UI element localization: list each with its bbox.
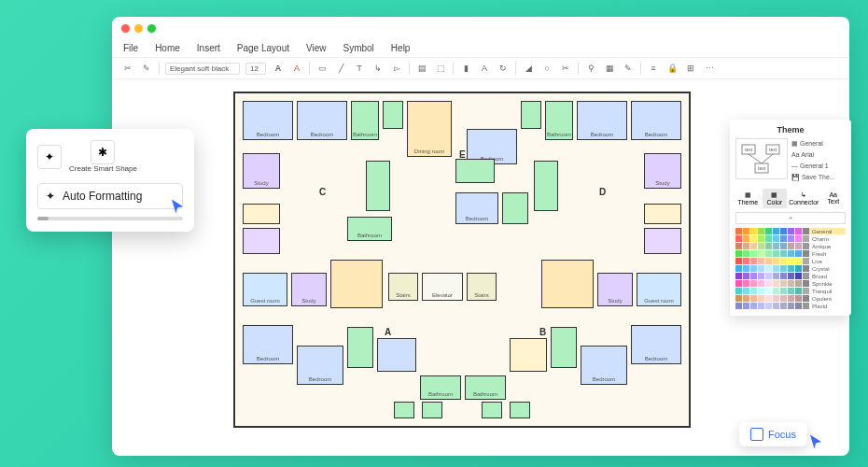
swatch[interactable]	[758, 258, 764, 264]
swatch[interactable]	[795, 258, 802, 264]
swatch[interactable]	[788, 288, 794, 294]
palette-row[interactable]: General	[735, 228, 846, 234]
focus-button[interactable]: Focus	[739, 422, 807, 446]
pointer-icon[interactable]: ▻	[390, 62, 403, 75]
swatch[interactable]	[765, 288, 772, 294]
swatch[interactable]	[758, 295, 764, 302]
swatch[interactable]	[773, 228, 779, 234]
menu-home[interactable]: Home	[155, 43, 180, 53]
swatch[interactable]	[773, 295, 779, 302]
room-bedroom[interactable]: Bedroom	[577, 101, 627, 140]
room-study[interactable]: Study	[243, 153, 280, 189]
room-stairs[interactable]: Stairs	[467, 273, 497, 301]
text-icon[interactable]: T	[353, 62, 366, 75]
swatch[interactable]	[803, 250, 809, 257]
swatch[interactable]	[788, 228, 794, 234]
room-bathroom[interactable]	[455, 159, 495, 183]
swatch[interactable]	[788, 265, 794, 272]
swatch[interactable]	[735, 303, 742, 309]
pen-icon[interactable]: ✎	[622, 62, 635, 75]
swatch[interactable]	[765, 250, 772, 257]
swatch[interactable]	[750, 280, 757, 287]
swatch[interactable]	[743, 243, 749, 249]
swatch[interactable]	[803, 228, 809, 234]
fill-icon[interactable]: ◢	[522, 62, 535, 75]
palette-row[interactable]: Broad	[735, 273, 846, 279]
swatch[interactable]	[780, 265, 787, 272]
room-bedroom[interactable]: Bedroom	[243, 101, 293, 140]
room-guest[interactable]: Guest room	[243, 273, 287, 306]
palette-row[interactable]: Live	[735, 258, 846, 264]
swatch[interactable]	[803, 295, 809, 302]
swatch[interactable]	[780, 228, 787, 234]
tab-connector[interactable]: ↳Connector	[789, 189, 819, 208]
room-bathroom[interactable]	[521, 101, 541, 129]
rotate-icon[interactable]: ↻	[497, 62, 510, 75]
swatch[interactable]	[743, 258, 749, 264]
swatch[interactable]	[743, 250, 749, 257]
room-bathroom[interactable]	[347, 327, 373, 368]
paintbrush-icon[interactable]: ✎	[140, 62, 153, 75]
swatch[interactable]	[803, 235, 809, 242]
swatch[interactable]	[780, 288, 787, 294]
palette-row[interactable]: Antique	[735, 243, 846, 249]
swatch[interactable]	[803, 303, 809, 309]
group-icon[interactable]: ⊞	[684, 62, 697, 75]
menu-help[interactable]: Help	[391, 43, 411, 53]
room-bedroom[interactable]: Bedroom	[631, 325, 681, 364]
room-bathroom[interactable]	[551, 327, 577, 368]
swatch[interactable]	[795, 295, 802, 302]
room-bedroom[interactable]: Bedroom	[631, 101, 681, 140]
lock-icon[interactable]: 🔒	[665, 62, 679, 75]
swatch[interactable]	[780, 243, 787, 249]
swatch[interactable]	[758, 303, 764, 309]
palette-row[interactable]: Charm	[735, 235, 846, 242]
room-stairs[interactable]: Stairs	[388, 273, 418, 301]
swatch[interactable]	[743, 280, 749, 287]
add-palette-button[interactable]: +	[735, 212, 846, 224]
swatch[interactable]	[765, 273, 772, 279]
theme-preview[interactable]: texttexttext	[735, 138, 788, 179]
swatch[interactable]	[750, 295, 757, 302]
room-small[interactable]	[394, 402, 414, 418]
swatch[interactable]	[788, 295, 794, 302]
palette-row[interactable]: Sprinkle	[735, 280, 846, 287]
minimize-icon[interactable]	[134, 24, 143, 33]
palette-row[interactable]: Opulent	[735, 295, 846, 302]
palette-row[interactable]: Fresh	[735, 250, 846, 257]
room-small[interactable]	[482, 402, 502, 418]
swatch[interactable]	[765, 243, 772, 249]
spark-icon[interactable]: ✦	[37, 145, 62, 169]
room-bedroom[interactable]: Bedroom	[581, 346, 627, 385]
container-icon[interactable]: ⬚	[434, 62, 447, 75]
swatch[interactable]	[758, 235, 764, 242]
swatch[interactable]	[788, 303, 794, 309]
menu-file[interactable]: File	[123, 43, 138, 53]
room-kitchen[interactable]	[510, 338, 547, 372]
swatch[interactable]	[780, 273, 787, 279]
swatch[interactable]	[803, 243, 809, 249]
swatch[interactable]	[788, 250, 794, 257]
swatch[interactable]	[795, 273, 802, 279]
room-small[interactable]	[510, 402, 530, 418]
menu-view[interactable]: View	[306, 43, 327, 53]
room-study[interactable]: Study	[644, 153, 681, 189]
room-kitchen[interactable]	[644, 204, 681, 224]
room-bathroom[interactable]	[366, 161, 390, 211]
swatch[interactable]	[735, 243, 742, 249]
palette-row[interactable]: Tranquil	[735, 288, 846, 294]
swatch[interactable]	[795, 280, 802, 287]
swatch[interactable]	[765, 258, 772, 264]
swatch[interactable]	[750, 250, 757, 257]
swatch[interactable]	[795, 265, 802, 272]
swatch[interactable]	[735, 258, 742, 264]
a-icon[interactable]: A	[478, 62, 491, 75]
swatch[interactable]	[750, 265, 757, 272]
swatch[interactable]	[803, 273, 809, 279]
menu-insert[interactable]: Insert	[197, 43, 220, 53]
swatch[interactable]	[773, 235, 779, 242]
room-guest[interactable]: Guest room	[637, 273, 681, 306]
swatch[interactable]	[735, 273, 742, 279]
room-bedroom[interactable]: Bedroom	[243, 325, 293, 364]
swatch[interactable]	[758, 243, 764, 249]
